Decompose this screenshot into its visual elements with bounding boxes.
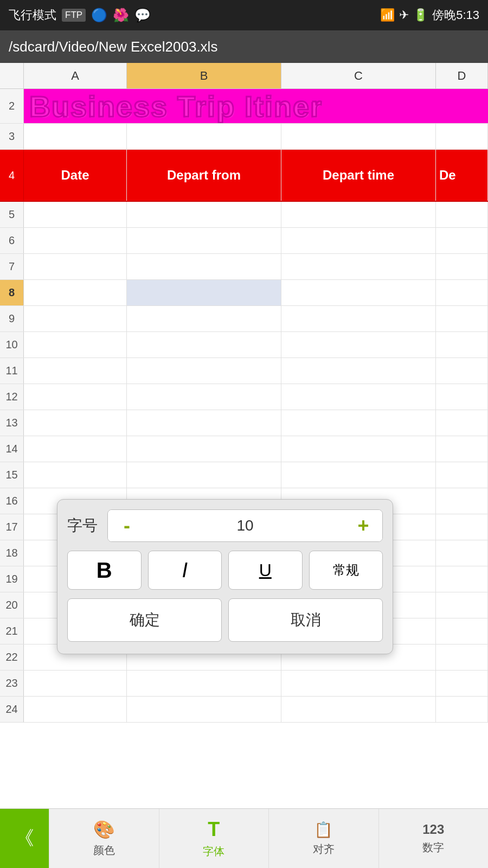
cell-5c[interactable] (281, 202, 436, 227)
cell-12b[interactable] (127, 384, 281, 410)
decrease-font-size-button[interactable]: - (108, 509, 146, 542)
cell-6c[interactable] (281, 228, 436, 253)
cell-5d[interactable] (436, 202, 488, 227)
cell-15a[interactable] (24, 462, 127, 488)
signal-icon: ✈ (399, 8, 409, 22)
cell-3d[interactable] (436, 124, 488, 149)
font-tool[interactable]: T 字体 (159, 809, 269, 868)
increase-font-size-button[interactable]: + (344, 509, 382, 542)
cell-15c[interactable] (281, 462, 436, 488)
underline-button[interactable]: U (228, 551, 303, 590)
font-size-label: 字号 (67, 515, 100, 536)
cell-12a[interactable] (24, 384, 127, 410)
cell-13a[interactable] (24, 410, 127, 436)
app-icon-3: 💬 (134, 8, 151, 23)
cell-11c[interactable] (281, 358, 436, 384)
cell-14d[interactable] (436, 436, 488, 462)
cell-17d[interactable] (436, 514, 488, 540)
cell-24c[interactable] (281, 697, 436, 722)
cell-5a[interactable] (24, 202, 127, 227)
cell-8b[interactable] (127, 280, 281, 305)
font-size-control: - 10 + (107, 509, 383, 542)
cell-24d[interactable] (436, 697, 488, 722)
align-icon: 📋 (314, 821, 333, 839)
spreadsheet-row-4: 4 Date Depart from Depart time De (0, 150, 488, 202)
cell-24a[interactable] (24, 697, 127, 722)
cell-16d[interactable] (436, 488, 488, 514)
cell-9c[interactable] (281, 306, 436, 331)
cell-13b[interactable] (127, 410, 281, 436)
align-label: 对齐 (313, 842, 335, 857)
cell-3b[interactable] (127, 124, 281, 149)
color-tool[interactable]: 🎨 颜色 (49, 809, 159, 868)
align-tool[interactable]: 📋 对齐 (268, 809, 378, 868)
format-buttons-row: B I U 常规 (67, 551, 383, 590)
row-num-21: 21 (0, 618, 24, 644)
cell-23c[interactable] (281, 671, 436, 696)
cell-13d[interactable] (436, 410, 488, 436)
cell-14a[interactable] (24, 436, 127, 462)
cell-7a[interactable] (24, 254, 127, 279)
cell-14c[interactable] (281, 436, 436, 462)
normal-format-button[interactable]: 常规 (309, 551, 383, 590)
col-header-d[interactable]: D (436, 63, 488, 88)
cell-12c[interactable] (281, 384, 436, 410)
cell-3a[interactable] (24, 124, 127, 149)
row-num-23: 23 (0, 671, 24, 696)
cell-20d[interactable] (436, 592, 488, 618)
cell-11d[interactable] (436, 358, 488, 384)
cell-10a[interactable] (24, 332, 127, 358)
cell-11a[interactable] (24, 358, 127, 384)
filepath-text: /sdcard/Video/New Excel2003.xls (9, 39, 217, 55)
cell-7c[interactable] (281, 254, 436, 279)
back-button[interactable]: 《 (0, 809, 49, 868)
cell-23d[interactable] (436, 671, 488, 696)
cell-6b[interactable] (127, 228, 281, 253)
cell-12d[interactable] (436, 384, 488, 410)
cell-10c[interactable] (281, 332, 436, 358)
cell-title[interactable]: Business Trip Itiner (24, 89, 488, 123)
cell-22d[interactable] (436, 644, 488, 670)
confirm-button[interactable]: 确定 (67, 598, 222, 642)
cell-4b-depart-from[interactable]: Depart from (127, 150, 281, 201)
number-tool[interactable]: 123 数字 (378, 809, 489, 868)
cancel-button[interactable]: 取消 (228, 598, 383, 642)
cell-10b[interactable] (127, 332, 281, 358)
cell-24b[interactable] (127, 697, 281, 722)
bold-button[interactable]: B (67, 551, 142, 590)
cell-15d[interactable] (436, 462, 488, 488)
cell-11b[interactable] (127, 358, 281, 384)
cell-18d[interactable] (436, 540, 488, 566)
italic-button[interactable]: I (148, 551, 222, 590)
col-header-c[interactable]: C (281, 63, 436, 88)
row-num-16: 16 (0, 488, 24, 514)
cell-3c[interactable] (281, 124, 436, 149)
cell-4c-depart-time[interactable]: Depart time (281, 150, 436, 201)
cell-21d[interactable] (436, 618, 488, 644)
cell-19d[interactable] (436, 566, 488, 592)
cell-9b[interactable] (127, 306, 281, 331)
cell-9d[interactable] (436, 306, 488, 331)
cell-5b[interactable] (127, 202, 281, 227)
cell-9a[interactable] (24, 306, 127, 331)
spreadsheet-row-5: 5 (0, 202, 488, 228)
cell-8a[interactable] (24, 280, 127, 305)
cell-23a[interactable] (24, 671, 127, 696)
cell-8d[interactable] (436, 280, 488, 305)
col-header-b[interactable]: B (127, 63, 281, 88)
cell-14b[interactable] (127, 436, 281, 462)
cell-13c[interactable] (281, 410, 436, 436)
cell-6a[interactable] (24, 228, 127, 253)
cell-15b[interactable] (127, 462, 281, 488)
cell-7b[interactable] (127, 254, 281, 279)
cell-4d-de[interactable]: De (436, 150, 488, 201)
col-header-a[interactable]: A (24, 63, 127, 88)
row-num-7: 7 (0, 254, 24, 279)
cell-23b[interactable] (127, 671, 281, 696)
cell-10d[interactable] (436, 332, 488, 358)
cell-8c[interactable] (281, 280, 436, 305)
cell-4a-date[interactable]: Date (24, 150, 127, 201)
corner-header (0, 63, 24, 88)
cell-7d[interactable] (436, 254, 488, 279)
cell-6d[interactable] (436, 228, 488, 253)
